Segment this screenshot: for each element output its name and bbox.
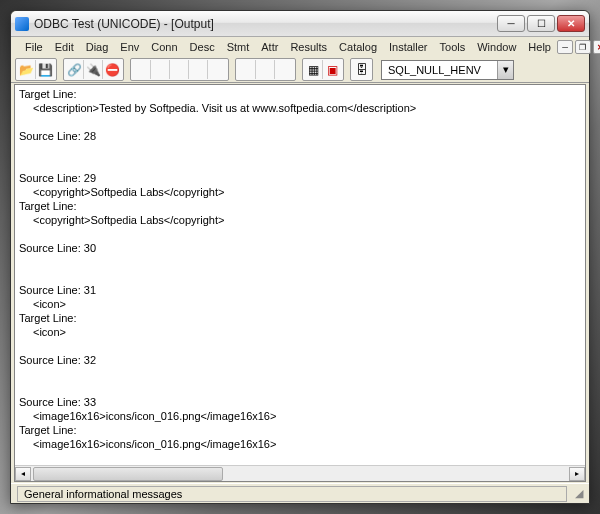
output-line: Target Line:	[19, 87, 581, 101]
output-line	[19, 269, 581, 283]
menu-env[interactable]: Env	[114, 39, 145, 55]
output-line: <image16x16>icons/icon_016.png</image16x…	[19, 409, 581, 423]
folder-open-icon: 📂	[19, 63, 34, 77]
output-line	[19, 339, 581, 353]
toolbar-btn-3[interactable]	[170, 60, 189, 79]
output-line: Source Line: 29	[19, 171, 581, 185]
scroll-left-button[interactable]: ◂	[15, 467, 31, 481]
scroll-thumb[interactable]	[33, 467, 223, 481]
mdi-restore-button[interactable]: ❐	[575, 40, 591, 54]
toolbar-btn-8[interactable]	[275, 60, 294, 79]
menubar: File Edit Diag Env Conn Desc Stmt Attr R…	[11, 37, 589, 57]
chevron-down-icon: ▾	[497, 61, 513, 79]
output-line: <description>Tested by Softpedia. Visit …	[19, 101, 581, 115]
menu-diag[interactable]: Diag	[80, 39, 115, 55]
mdi-minimize-button[interactable]: ─	[557, 40, 573, 54]
output-line	[19, 143, 581, 157]
toolbar-btn-7[interactable]	[256, 60, 275, 79]
menu-conn[interactable]: Conn	[145, 39, 183, 55]
toolbar-btn-1[interactable]	[132, 60, 151, 79]
mdi-close-button[interactable]: ✕	[593, 40, 600, 54]
output-line: <icon>	[19, 325, 581, 339]
horizontal-scrollbar[interactable]: ◂ ▸	[15, 465, 585, 481]
menu-file[interactable]: File	[19, 39, 49, 55]
output-line: <image16x16>icons/icon_016.png</image16x…	[19, 437, 581, 451]
error-icon: ▣	[327, 63, 338, 77]
connect2-icon: 🔌	[86, 63, 101, 77]
output-line: <copyright>Softpedia Labs</copyright>	[19, 185, 581, 199]
toolbar-disconnect-button[interactable]: ⛔	[103, 60, 122, 79]
scroll-right-button[interactable]: ▸	[569, 467, 585, 481]
output-line	[19, 381, 581, 395]
grid-icon: ▦	[308, 63, 319, 77]
toolbar-grid-button[interactable]: ▦	[304, 60, 323, 79]
menu-catalog[interactable]: Catalog	[333, 39, 383, 55]
output-line	[19, 367, 581, 381]
window-title: ODBC Test (UNICODE) - [Output]	[34, 17, 495, 31]
output-line: Source Line: 28	[19, 129, 581, 143]
toolbar-open-button[interactable]: 📂	[17, 60, 36, 79]
menu-window[interactable]: Window	[471, 39, 522, 55]
statusbar: General informational messages ◢	[11, 483, 589, 503]
menu-installer[interactable]: Installer	[383, 39, 434, 55]
toolbar-btn-6[interactable]	[237, 60, 256, 79]
minimize-button[interactable]: ─	[497, 15, 525, 32]
save-icon: 💾	[38, 63, 53, 77]
output-line	[19, 115, 581, 129]
toolbar-btn-5[interactable]	[208, 60, 227, 79]
output-line: Target Line:	[19, 199, 581, 213]
output-line: Source Line: 32	[19, 353, 581, 367]
menu-stmt[interactable]: Stmt	[221, 39, 256, 55]
menu-results[interactable]: Results	[284, 39, 333, 55]
output-line: Source Line: 30	[19, 241, 581, 255]
output-line: Source Line: 33	[19, 395, 581, 409]
close-button[interactable]: ✕	[557, 15, 585, 32]
toolbar-error-button[interactable]: ▣	[323, 60, 342, 79]
toolbar-fullconnect-button[interactable]: 🔌	[84, 60, 103, 79]
output-pane[interactable]: Target Line:<description>Tested by Softp…	[14, 84, 586, 482]
output-line: Target Line:	[19, 423, 581, 437]
menu-tools[interactable]: Tools	[434, 39, 472, 55]
menu-attr[interactable]: Attr	[255, 39, 284, 55]
main-window: ODBC Test (UNICODE) - [Output] ─ ☐ ✕ Fil…	[10, 10, 590, 504]
toolbar-btn-4[interactable]	[189, 60, 208, 79]
handle-dropdown[interactable]: SQL_NULL_HENV ▾	[381, 60, 514, 80]
output-line: Source Line: 31	[19, 283, 581, 297]
output-line	[19, 227, 581, 241]
output-line: Target Line:	[19, 311, 581, 325]
resize-grip-icon[interactable]: ◢	[567, 487, 583, 500]
toolbar-save-button[interactable]: 💾	[36, 60, 55, 79]
connect-icon: 🔗	[67, 63, 82, 77]
output-line: <icon>	[19, 297, 581, 311]
toolbar-db-button[interactable]: 🗄	[352, 60, 371, 79]
menu-edit[interactable]: Edit	[49, 39, 80, 55]
titlebar[interactable]: ODBC Test (UNICODE) - [Output] ─ ☐ ✕	[11, 11, 589, 37]
output-line	[19, 255, 581, 269]
disconnect-icon: ⛔	[105, 63, 120, 77]
handle-dropdown-value: SQL_NULL_HENV	[382, 64, 497, 76]
status-message: General informational messages	[17, 486, 567, 502]
output-line	[19, 451, 581, 465]
output-line	[19, 157, 581, 171]
menu-desc[interactable]: Desc	[184, 39, 221, 55]
app-icon	[15, 17, 29, 31]
maximize-button[interactable]: ☐	[527, 15, 555, 32]
toolbar: 📂 💾 🔗 🔌 ⛔ ▦ ▣ 🗄 SQL_NULL_HENV	[11, 57, 589, 83]
toolbar-btn-2[interactable]	[151, 60, 170, 79]
menu-help[interactable]: Help	[522, 39, 557, 55]
output-line: <copyright>Softpedia Labs</copyright>	[19, 213, 581, 227]
database-icon: 🗄	[356, 63, 368, 77]
toolbar-connect-button[interactable]: 🔗	[65, 60, 84, 79]
